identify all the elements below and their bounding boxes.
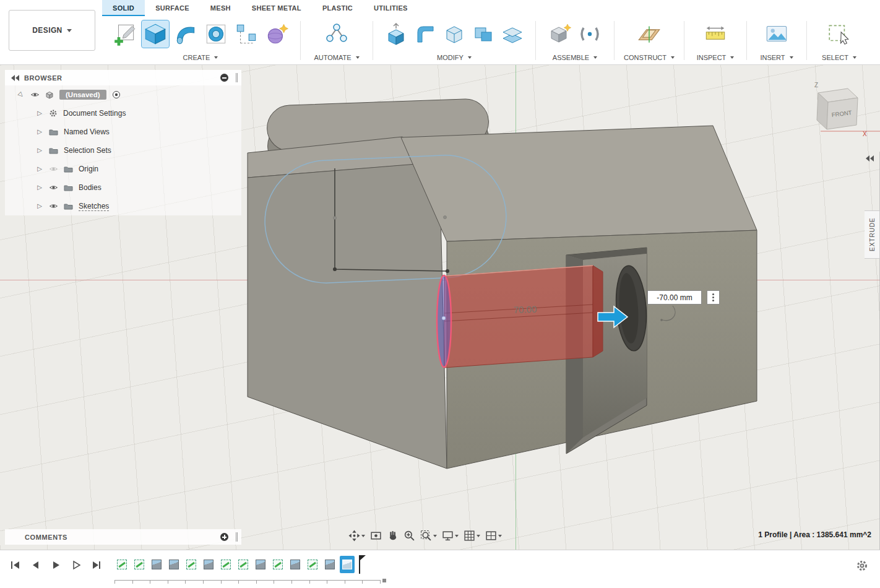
timeline-feature-sketch[interactable] <box>270 556 285 573</box>
viewports-button[interactable] <box>483 527 504 544</box>
tab-plastic[interactable]: PLASTIC <box>312 0 363 16</box>
construct-plane-button[interactable] <box>636 20 663 48</box>
extrude-preview[interactable] <box>444 266 603 368</box>
insert-button[interactable] <box>763 20 790 48</box>
extrude-dialog-tab[interactable]: EXTRUDE <box>865 210 880 259</box>
press-pull-button[interactable] <box>383 21 409 47</box>
step-back-button[interactable] <box>27 558 43 573</box>
combine-button[interactable] <box>470 21 496 47</box>
selected-profile[interactable] <box>437 275 451 367</box>
modify-group-menu[interactable]: MODIFY <box>374 53 534 63</box>
display-settings-button[interactable] <box>440 527 460 544</box>
inspect-group-menu[interactable]: INSPECT <box>686 53 745 63</box>
go-to-end-button[interactable] <box>88 558 105 573</box>
offset-face-button[interactable] <box>499 21 525 47</box>
visibility-eye-icon[interactable] <box>49 203 58 209</box>
browser-row-named-views[interactable]: ▷ Named Views <box>5 123 241 141</box>
orbit-button[interactable] <box>347 527 367 544</box>
extrude-distance-input[interactable] <box>647 290 702 305</box>
timeline-position-marker[interactable] <box>359 555 365 574</box>
play-button[interactable] <box>47 558 64 573</box>
tab-solid[interactable]: SOLID <box>102 0 145 16</box>
expand-triangle-icon[interactable]: ▷ <box>36 184 43 191</box>
browser-row-bodies[interactable]: ▷ Bodies <box>5 178 241 197</box>
timeline-feature-extrude[interactable] <box>322 556 337 573</box>
collapse-panel-icon[interactable] <box>866 155 874 162</box>
look-at-button[interactable] <box>368 527 384 544</box>
timeline-feature-extrude[interactable] <box>340 556 355 573</box>
right-block-top-face[interactable] <box>401 126 757 241</box>
timeline-end-handle[interactable] <box>382 579 386 582</box>
grid-settings-button[interactable] <box>462 527 482 544</box>
create-sketch-button[interactable] <box>111 20 139 48</box>
browser-row-sketches[interactable]: ▷ Sketches <box>5 197 241 215</box>
panel-resize-handle[interactable] <box>236 532 236 542</box>
browser-row-origin[interactable]: ▷ Origin <box>5 160 241 178</box>
input-options-button[interactable] <box>707 290 720 305</box>
viewcube[interactable]: Z FRONT X <box>792 77 880 142</box>
visibility-eye-icon[interactable] <box>49 184 58 191</box>
expand-triangle-icon[interactable]: ▷ <box>36 129 43 135</box>
timeline-feature-sketch[interactable] <box>132 556 147 573</box>
go-to-start-button[interactable] <box>6 558 23 573</box>
timeline-feature-extrude[interactable] <box>288 556 303 573</box>
timeline-feature-sketch[interactable] <box>114 556 129 573</box>
timeline-feature-sketch[interactable] <box>305 556 320 573</box>
automate-button[interactable] <box>322 20 352 48</box>
browser-row-selection-sets[interactable]: ▷ Selection Sets <box>5 141 241 160</box>
timeline-settings-button[interactable] <box>854 558 870 574</box>
browser-row-document-settings[interactable]: ▷ Document Settings <box>5 104 241 123</box>
automate-group-menu[interactable]: AUTOMATE <box>302 53 371 63</box>
timeline-feature-sketch[interactable] <box>184 556 199 573</box>
insert-group-menu[interactable]: INSERT <box>748 53 805 63</box>
expand-triangle-icon[interactable]: ▷ <box>16 90 26 100</box>
assemble-group-menu[interactable]: ASSEMBLE <box>537 53 613 63</box>
pan-button[interactable] <box>385 527 400 544</box>
left-slab-front-face[interactable] <box>248 162 447 469</box>
select-group-menu[interactable]: SELECT <box>808 53 870 63</box>
tab-surface[interactable]: SURFACE <box>145 0 200 16</box>
viewport-3d[interactable]: 70.00 Z FRONT X <box>0 65 880 550</box>
timeline-feature-extrude[interactable] <box>166 556 181 573</box>
zoom-button[interactable] <box>402 527 417 544</box>
expand-triangle-icon[interactable]: ▷ <box>36 166 43 172</box>
collapse-left-icon[interactable] <box>11 75 19 81</box>
browser-row-root[interactable]: ▷ (Unsaved) <box>5 85 241 104</box>
activate-component-icon[interactable] <box>112 90 121 99</box>
pattern-button[interactable] <box>233 20 260 48</box>
tab-mesh[interactable]: MESH <box>200 0 241 16</box>
shell-button[interactable] <box>441 21 467 47</box>
expand-triangle-icon[interactable]: ▷ <box>36 147 43 153</box>
construct-group-menu[interactable]: CONSTRUCT <box>616 53 683 63</box>
visibility-off-eye-icon[interactable] <box>49 166 58 172</box>
fillet-button[interactable] <box>412 21 438 47</box>
browser-minimize-icon[interactable] <box>220 74 228 82</box>
add-comment-icon[interactable] <box>220 533 228 541</box>
timeline-scrubber[interactable] <box>114 580 381 584</box>
tab-sheet-metal[interactable]: SHEET METAL <box>241 0 312 16</box>
joint-button[interactable] <box>577 21 603 47</box>
timeline-feature-sketch[interactable] <box>236 556 251 573</box>
expand-triangle-icon[interactable]: ▷ <box>36 203 43 209</box>
fit-button[interactable] <box>418 527 439 544</box>
panel-resize-handle[interactable] <box>236 73 236 82</box>
extrude-button[interactable] <box>142 20 169 48</box>
step-forward-button[interactable] <box>67 558 84 573</box>
timeline-feature-extrude[interactable] <box>201 556 216 573</box>
tab-utilities[interactable]: UTILITIES <box>363 0 418 16</box>
revolve-button[interactable] <box>202 20 230 48</box>
create-form-button[interactable] <box>263 20 290 48</box>
select-button[interactable] <box>826 20 853 48</box>
design-workspace-selector[interactable]: DESIGN <box>9 10 95 51</box>
new-component-button[interactable] <box>548 21 574 47</box>
expand-triangle-icon[interactable]: ▷ <box>36 110 43 116</box>
timeline-feature-extrude[interactable] <box>253 556 268 573</box>
timeline-feature-extrude[interactable] <box>149 556 164 573</box>
visibility-eye-icon[interactable] <box>30 92 40 98</box>
browser-header[interactable]: BROWSER <box>5 70 241 85</box>
measure-button[interactable] <box>702 20 729 48</box>
create-group-menu[interactable]: CREATE <box>102 53 299 63</box>
timeline-feature-sketch[interactable] <box>218 556 233 573</box>
comments-panel[interactable]: COMMENTS <box>5 529 241 545</box>
sweep-button[interactable] <box>172 20 199 48</box>
